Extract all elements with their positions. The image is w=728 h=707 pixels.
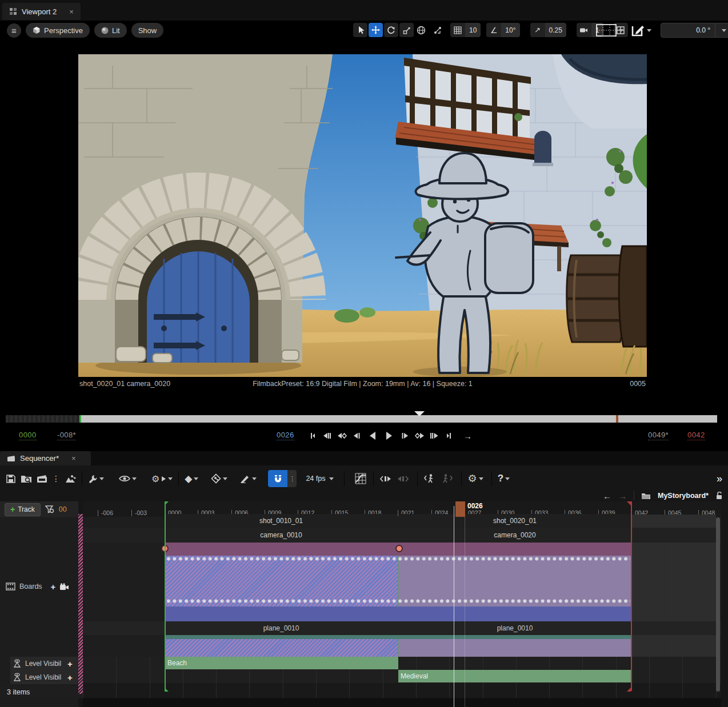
viewport-scrubber[interactable] [6, 415, 717, 423]
scrubber-playhead[interactable] [414, 411, 425, 416]
view-options-dropdown[interactable] [117, 471, 139, 486]
playback-end-field[interactable]: 0042 [687, 431, 705, 440]
to-end-button[interactable] [442, 429, 457, 442]
previous-frame-button[interactable] [320, 429, 334, 442]
snap-toggle-button[interactable] [268, 470, 287, 487]
track-row-boards[interactable]: Boards + [6, 580, 78, 593]
angle-snap-group[interactable]: ∠ 10° [486, 23, 519, 37]
scale-tool-button[interactable] [399, 23, 414, 37]
step-back-button[interactable] [350, 429, 364, 442]
add-track-button[interactable]: + Track [5, 503, 41, 516]
level-clip-beach[interactable]: Beach [165, 657, 398, 669]
camera-track-label[interactable]: camera_0010 [165, 528, 398, 543]
lit-button[interactable]: Lit [94, 23, 127, 38]
toolbar-overflow-button[interactable]: » [714, 471, 725, 486]
timeline-scrollbar[interactable] [716, 517, 720, 692]
grid-snap-value[interactable]: 10 [465, 23, 481, 37]
play-reverse-button[interactable] [365, 429, 381, 442]
jump-mode-button[interactable]: → [461, 429, 475, 442]
previous-key-button[interactable] [335, 429, 349, 442]
plane-range-bar[interactable] [165, 606, 631, 621]
range-end-line[interactable] [631, 501, 632, 691]
close-icon[interactable]: × [69, 7, 74, 16]
viewport-scene[interactable] [78, 54, 647, 377]
plane-track-label[interactable]: plane_0010 [398, 621, 631, 635]
frame-entry-field[interactable]: 00 [59, 505, 67, 513]
tab-viewport-2[interactable]: Viewport 2 × [2, 3, 81, 20]
find-in-content-browser-button[interactable] [18, 471, 34, 486]
sketch-tool-dropdown[interactable] [630, 23, 651, 38]
play-forward-button[interactable] [381, 429, 397, 442]
keyframe-options-dropdown[interactable]: ◆ [182, 471, 201, 486]
next-frame-button[interactable] [427, 429, 442, 442]
previous-shot-button[interactable] [377, 471, 394, 486]
soft-selection-button[interactable] [430, 23, 445, 37]
show-button[interactable]: Show [131, 23, 164, 38]
viewport-menu-button[interactable]: ≡ [7, 23, 21, 38]
add-level-button[interactable]: + [67, 673, 73, 682]
film-overlay-dropdown[interactable] [595, 23, 623, 38]
walk-next-button[interactable] [438, 471, 455, 486]
next-key-button[interactable] [413, 429, 427, 442]
track-row-level-visibility-2[interactable]: Level Visibil + [10, 670, 78, 684]
save-button[interactable] [3, 471, 18, 486]
range-start-line[interactable] [165, 501, 166, 691]
rotation-field-group[interactable]: 0.0 ° [661, 23, 728, 38]
track-row-level-visibility-1[interactable]: Level Visibil + [10, 657, 78, 670]
nav-back-button[interactable]: ← [603, 491, 611, 501]
walk-previous-button[interactable] [421, 471, 438, 486]
sequence-tools-dropdown[interactable] [86, 471, 106, 486]
auto-key-dropdown[interactable] [209, 471, 230, 486]
playhead-line[interactable] [454, 506, 454, 707]
playback-options-dropdown[interactable]: ⚙ [149, 471, 175, 486]
level-clip-medieval[interactable]: Medieval [398, 670, 631, 682]
scrubber-range[interactable] [80, 415, 717, 423]
close-icon[interactable]: × [71, 454, 76, 463]
add-level-button[interactable]: + [67, 659, 73, 669]
lock-open-icon[interactable] [715, 492, 723, 500]
world-space-button[interactable] [414, 23, 428, 37]
perspective-button[interactable]: Perspective [26, 23, 90, 38]
marker-pen-dropdown[interactable] [238, 471, 259, 486]
sequence-hierarchy-button[interactable] [62, 471, 78, 486]
sketch-clip-1[interactable] [165, 639, 398, 657]
tab-sequencer[interactable]: Sequencer* × [0, 451, 91, 465]
add-board-button[interactable]: + [51, 582, 56, 592]
scale-snap-group[interactable]: ↗ 0.25 [530, 23, 566, 37]
timeline-area[interactable]: -006 -003 0000 0003 0006 0009 0012 0015 … [83, 501, 721, 707]
filter-search-icon[interactable] [45, 505, 54, 513]
snap-options-button[interactable]: ⋮ [287, 470, 297, 487]
angle-snap-value[interactable]: 10° [501, 23, 519, 37]
select-tool-button[interactable] [353, 23, 367, 37]
rotation-dropdown[interactable] [715, 23, 728, 38]
render-movie-button[interactable] [34, 471, 50, 486]
breadcrumb-sequence[interactable]: MyStoryboard* [658, 492, 709, 500]
new-shot-camera-button[interactable] [59, 583, 70, 590]
plane-track-label[interactable]: plane_0010 [165, 621, 398, 635]
view-start-field[interactable]: -008* [57, 431, 76, 440]
help-dropdown[interactable]: ? [495, 471, 512, 486]
current-frame-field[interactable]: 0026 [277, 431, 294, 440]
view-end-field[interactable]: 0049* [648, 431, 669, 440]
kebab-menu-button[interactable]: ⋮ [50, 471, 62, 486]
rotate-tool-button[interactable] [384, 23, 398, 37]
step-forward-button[interactable] [398, 429, 412, 442]
next-shot-button[interactable] [394, 471, 411, 486]
fps-dropdown[interactable]: 24 fps [303, 471, 336, 486]
playback-start-field[interactable]: 0000 [19, 431, 37, 440]
playhead-marker[interactable] [455, 501, 465, 517]
move-tool-button[interactable] [369, 23, 383, 37]
rotation-value-field[interactable]: 0.0 ° [661, 23, 715, 38]
to-front-button[interactable] [305, 429, 319, 442]
curve-editor-button[interactable] [353, 471, 369, 486]
subscene-strip[interactable] [165, 635, 631, 639]
camera-track-label[interactable]: camera_0020 [398, 528, 631, 543]
keyframe-marker[interactable] [395, 545, 403, 552]
scale-snap-value[interactable]: 0.25 [545, 23, 566, 37]
shot-clip-1[interactable]: shot_0010_01 [165, 514, 398, 528]
grid-snap-group[interactable]: 10 [450, 23, 481, 37]
nav-forward-button[interactable]: → [618, 491, 627, 501]
shot-clip-2[interactable]: shot_0020_01 [398, 514, 631, 528]
camera-cut-track[interactable] [165, 543, 631, 556]
settings-dropdown[interactable]: ⚙ [465, 471, 485, 486]
